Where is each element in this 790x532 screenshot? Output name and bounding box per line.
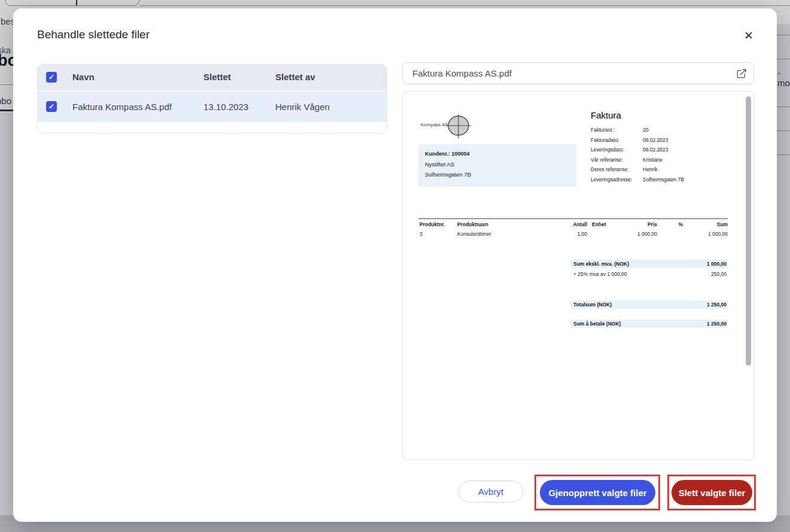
meta-value: Kristiane	[643, 155, 663, 165]
check-icon: ✓	[48, 103, 54, 110]
meta-value: Solheimsgaten 7B	[643, 175, 684, 185]
meta-label: Vår referanse:	[591, 155, 643, 165]
open-external-icon[interactable]	[736, 68, 747, 79]
total-label: + 25% mva av 1 000,00	[573, 271, 627, 277]
restore-selected-files-button[interactable]: Gjenopprett valgte filer	[540, 480, 655, 505]
invoice-title: Faktura	[591, 110, 621, 120]
filename-input[interactable]	[403, 68, 736, 78]
meta-label: Leveringsadresse:	[591, 175, 643, 185]
total-value: 1 250,00	[707, 302, 727, 308]
invoice-items-table: Produktnr. Produktnavn Antall Enhet Pris…	[418, 218, 728, 219]
preview-scrollbar[interactable]	[746, 96, 751, 366]
deleted-by-cell: Henrik Vågen	[275, 102, 330, 112]
dialog-title: Behandle slettede filer	[37, 28, 150, 41]
table-footer-strip	[38, 121, 387, 133]
meta-label: Fakturanr.:	[591, 125, 643, 135]
total-value: 1 000,00	[707, 261, 727, 267]
file-name-cell: Faktura Kompass AS.pdf	[72, 102, 172, 112]
total-row: + 25% mva av 1 000,00250,00	[570, 270, 728, 278]
column-header-navn[interactable]: Navn	[72, 72, 95, 82]
total-row: Sum ekskl. mva. (NOK)1 000,00	[570, 260, 728, 268]
meta-label: Fakturadato:	[591, 135, 643, 145]
customer-address: Solheimsgaten 7B	[425, 169, 570, 180]
total-label: Sum å betale (NOK)	[573, 321, 621, 327]
invoice-document: Kompass AS Kundenr.: 100004 Nystiftet AS…	[403, 92, 753, 460]
deleted-files-dialog: Behandle slettede filer ✕ ✓ Navn Slettet…	[13, 8, 777, 522]
meta-label: Deres referanse:	[591, 165, 643, 175]
select-all-checkbox[interactable]: ✓	[46, 72, 57, 83]
table-header-row: ✓ Navn Slettet Slettet av	[38, 65, 387, 90]
item-sum: 1 000,00	[697, 231, 728, 237]
invoice-meta: Fakturanr.:20 Fakturadato:08.02.2023 Lev…	[591, 125, 684, 184]
deleted-files-table: ✓ Navn Slettet Slettet av ✓ Faktura Komp…	[37, 64, 387, 133]
items-col-produktnavn: Produktnavn	[457, 221, 488, 227]
item-produktnr: 3	[420, 231, 423, 237]
total-label: Sum ekskl. mva. (NOK)	[573, 261, 629, 267]
column-header-slettet-av[interactable]: Slettet av	[275, 72, 315, 82]
meta-value: 08.02.2023	[643, 145, 669, 155]
items-col-pris: Pris	[619, 221, 657, 227]
meta-value: 08.02.2023	[643, 135, 669, 145]
item-pris: 1 000,00	[619, 231, 657, 237]
total-value: 250,00	[711, 271, 727, 277]
items-col-enhet: Enhet	[592, 221, 606, 227]
customer-name: Nystiftet AS	[425, 159, 570, 169]
compass-logo-icon	[445, 113, 472, 142]
total-label: Totalsum (NOK)	[573, 302, 612, 308]
page-background: bes ska bo nbo -mo Behandle slettede fil…	[0, 0, 790, 532]
row-checkbox[interactable]: ✓	[46, 101, 57, 112]
meta-value: Henrik	[643, 165, 658, 175]
cancel-button[interactable]: Avbryt	[458, 481, 523, 503]
total-value: 1 250,00	[707, 321, 727, 327]
delete-selected-files-button[interactable]: Slett valgte filer	[672, 480, 752, 505]
meta-value: 20	[643, 125, 648, 135]
close-icon[interactable]: ✕	[740, 27, 758, 45]
customer-number: Kundenr.: 100004	[425, 149, 570, 159]
invoice-totals: Sum ekskl. mva. (NOK)1 000,00 + 25% mva …	[570, 260, 728, 328]
items-col-produktnr: Produktnr.	[420, 221, 445, 227]
column-header-slettet[interactable]: Slettet	[203, 72, 231, 82]
deleted-date-cell: 13.10.2023	[203, 102, 248, 112]
item-antall: 1,00	[550, 231, 587, 237]
items-col-antall: Antall	[550, 221, 587, 227]
total-row: Totalsum (NOK)1 250,00	[570, 300, 728, 309]
item-produktnavn: Konsulenttimer	[457, 231, 491, 237]
invoice-logo-text: Kompass AS	[421, 122, 448, 127]
filename-field	[402, 62, 754, 84]
check-icon: ✓	[48, 74, 54, 81]
total-row: Sum å betale (NOK)1 250,00	[570, 320, 728, 328]
items-col-sum: Sum	[697, 221, 728, 227]
pdf-preview-panel: Kompass AS Kundenr.: 100004 Nystiftet AS…	[402, 91, 754, 460]
items-col-pct: %	[665, 221, 683, 227]
meta-label: Leveringsdato:	[591, 145, 643, 155]
table-row[interactable]: ✓ Faktura Kompass AS.pdf 13.10.2023 Henr…	[38, 90, 387, 121]
customer-address-block: Kundenr.: 100004 Nystiftet AS Solheimsga…	[418, 144, 576, 187]
